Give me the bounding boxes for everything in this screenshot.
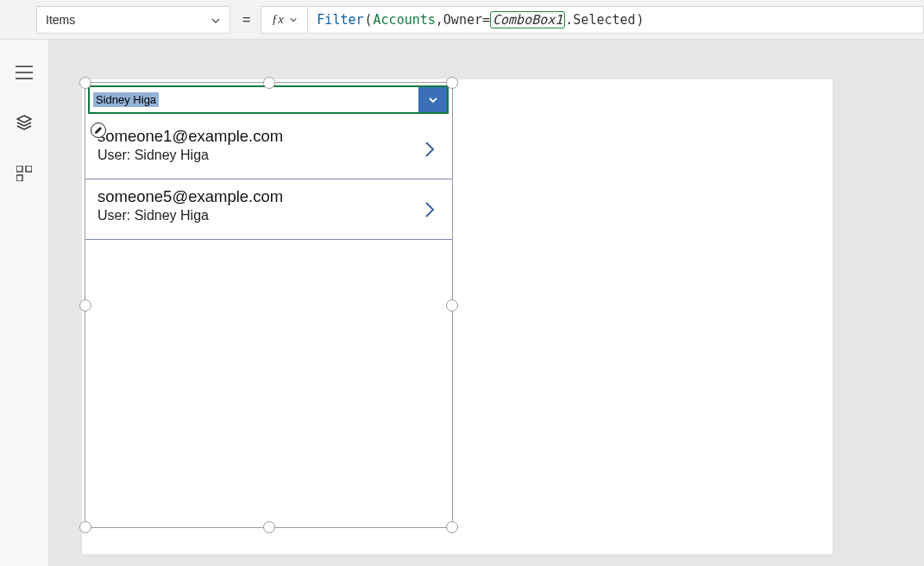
formula-token-comma: , — [436, 12, 443, 28]
resize-handle[interactable] — [263, 521, 275, 533]
formula-token-paren: ( — [364, 12, 374, 28]
formula-token-eq: = — [482, 12, 490, 28]
combobox-selected-text: Sidney Higa — [93, 92, 159, 107]
hamburger-icon[interactable] — [16, 66, 33, 79]
list-item-title: someone5@example.com — [97, 187, 440, 206]
formula-token-table: Accounts — [374, 12, 436, 28]
fx-button[interactable]: ƒx — [261, 6, 307, 34]
formula-bar: Items = ƒx Filter( Accounts, Owner = Com… — [0, 0, 924, 40]
edit-template-icon[interactable] — [91, 123, 106, 138]
svg-rect-1 — [26, 166, 32, 172]
left-tool-rail — [0, 40, 49, 566]
fx-icon: ƒx — [272, 12, 284, 27]
property-name: Items — [46, 13, 75, 27]
resize-handle[interactable] — [79, 521, 91, 533]
layers-icon[interactable] — [16, 114, 33, 131]
chevron-right-icon[interactable] — [423, 200, 437, 219]
formula-input[interactable]: Filter( Accounts, Owner = ComboBox1.Sele… — [307, 6, 924, 34]
resize-handle[interactable] — [263, 77, 275, 89]
formula-token-paren: ) — [636, 12, 645, 28]
combobox-value: Sidney Higa — [90, 87, 418, 112]
resize-handle[interactable] — [446, 521, 458, 533]
list-item-title: someone1@example.com — [97, 127, 440, 146]
list-item-subtitle: User: Sidney Higa — [97, 208, 440, 223]
chevron-down-icon — [211, 16, 221, 26]
formula-token-member: .Selected — [565, 12, 635, 28]
combobox[interactable]: Sidney Higa — [88, 85, 449, 114]
chevron-down-icon — [289, 16, 298, 24]
property-selector[interactable]: Items — [36, 6, 230, 34]
svg-rect-0 — [16, 166, 22, 172]
list-item[interactable]: someone5@example.com User: Sidney Higa — [85, 179, 452, 240]
list-item-subtitle: User: Sidney Higa — [97, 148, 440, 163]
design-canvas[interactable]: Sidney Higa someone1@example.com User: S… — [49, 40, 924, 566]
list-item[interactable]: someone1@example.com User: Sidney Higa — [85, 119, 452, 179]
combobox-dropdown-button[interactable] — [418, 87, 447, 112]
resize-handle[interactable] — [79, 77, 91, 89]
components-icon[interactable] — [16, 166, 32, 181]
formula-token-control: ComboBox1 — [490, 11, 565, 28]
chevron-right-icon[interactable] — [423, 140, 437, 159]
chevron-down-icon — [427, 94, 439, 106]
equals-label: = — [242, 12, 250, 28]
formula-token-field: Owner — [443, 12, 482, 28]
svg-rect-2 — [16, 175, 22, 181]
app-screen: Sidney Higa someone1@example.com User: S… — [82, 79, 833, 554]
gallery-control[interactable]: Sidney Higa someone1@example.com User: S… — [85, 82, 453, 528]
formula-token-function: Filter — [317, 12, 363, 28]
resize-handle[interactable] — [79, 299, 91, 311]
resize-handle[interactable] — [446, 299, 458, 311]
resize-handle[interactable] — [446, 77, 458, 89]
